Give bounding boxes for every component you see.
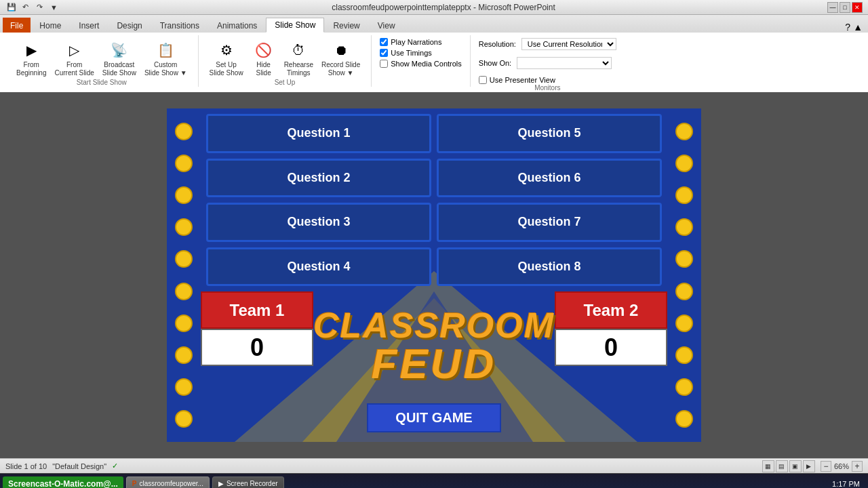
use-timings-check[interactable]: Use Timings xyxy=(380,49,432,57)
quit-game-btn[interactable]: QUIT GAME xyxy=(367,403,500,432)
tab-slideshow[interactable]: Slide Show xyxy=(266,18,324,33)
presenter-view-check[interactable]: Use Presenter View xyxy=(479,76,555,84)
team2-score: 0 xyxy=(555,329,667,366)
tab-transitions[interactable]: Transitions xyxy=(151,18,208,33)
dot xyxy=(675,410,693,428)
dot xyxy=(175,186,193,204)
bottom-section: Team 1 0 CLASSROOM FEUD QUIT GAME xyxy=(201,291,667,442)
team1-section: Team 1 0 xyxy=(201,291,313,442)
help-btn[interactable]: ? xyxy=(845,22,850,33)
slide-info: Slide 1 of 10 xyxy=(5,462,47,470)
tab-file[interactable]: File xyxy=(3,18,31,33)
check-mark: ✓ xyxy=(112,462,118,470)
record-btn[interactable]: ⏺ Record SlideShow ▼ xyxy=(319,38,363,79)
team2-name-label: Team 2 xyxy=(584,301,639,320)
team1-score: 0 xyxy=(201,329,313,366)
show-media-label: Show Media Controls xyxy=(391,60,462,68)
tab-review[interactable]: Review xyxy=(324,18,368,33)
setup-slideshow-btn[interactable]: ⚙ Set UpSlide Show xyxy=(207,38,246,79)
show-media-check[interactable]: Show Media Controls xyxy=(380,60,462,68)
rehearse-btn[interactable]: ⏱ RehearseTimings xyxy=(281,38,316,79)
tab-home[interactable]: Home xyxy=(31,18,70,33)
question-1-btn[interactable]: Question 1 xyxy=(206,114,431,153)
screencast-label: Screencast-O-Matic.com@... xyxy=(8,479,118,489)
team1-name-label: Team 1 xyxy=(230,301,285,320)
save-quick-btn[interactable]: 💾 xyxy=(5,1,17,14)
group-label-setup: Set Up xyxy=(275,79,296,87)
question-4-btn[interactable]: Question 4 xyxy=(206,247,431,287)
rehearse-label: RehearseTimings xyxy=(284,61,313,77)
dot xyxy=(175,218,193,236)
undo-quick-btn[interactable]: ↶ xyxy=(20,1,31,14)
close-btn[interactable]: ✕ xyxy=(852,2,863,13)
tab-view[interactable]: View xyxy=(369,18,404,33)
center-logo: CLASSROOM FEUD QUIT GAME xyxy=(313,291,555,442)
team1-name-btn[interactable]: Team 1 xyxy=(201,291,313,329)
question-7-btn[interactable]: Question 7 xyxy=(437,203,662,242)
ribbon-tabs: File Home Insert Design Transitions Anim… xyxy=(0,15,868,33)
maximize-btn[interactable]: □ xyxy=(840,2,850,13)
classroom-text: CLASSROOM xyxy=(313,308,555,343)
dot xyxy=(675,346,693,364)
dot xyxy=(675,283,693,300)
play-narrations-check[interactable]: Play Narrations xyxy=(380,38,441,46)
from-beginning-icon: ▶ xyxy=(20,39,42,61)
more-quick-btn[interactable]: ▼ xyxy=(48,1,60,14)
taskbar-powerpoint[interactable]: P classroomfeupower... xyxy=(126,476,210,489)
presenter-view-label: Use Presenter View xyxy=(490,76,555,84)
team2-section: Team 2 0 xyxy=(555,291,667,442)
setup-label: Set UpSlide Show xyxy=(210,61,243,77)
dot xyxy=(175,410,193,428)
screencast-btn[interactable]: Screencast-O-Matic.com@... xyxy=(3,476,123,489)
recorder-icon: ▶ xyxy=(218,480,224,487)
show-on-select[interactable] xyxy=(517,57,612,69)
custom-icon: 📋 xyxy=(155,39,176,61)
zoom-in-btn[interactable]: + xyxy=(852,461,863,472)
dot xyxy=(675,250,693,268)
play-narrations-label: Play Narrations xyxy=(391,38,441,46)
feud-text: FEUD xyxy=(313,343,555,385)
redo-quick-btn[interactable]: ↷ xyxy=(34,1,45,14)
dot xyxy=(175,378,193,396)
recorder-label: Screen Recorder xyxy=(226,480,278,487)
tab-design[interactable]: Design xyxy=(108,18,151,33)
broadcast-btn[interactable]: 📡 BroadcastSlide Show xyxy=(100,38,139,79)
team2-name-btn[interactable]: Team 2 xyxy=(555,291,667,329)
reading-view-btn[interactable]: ▣ xyxy=(789,460,802,472)
minimize-ribbon-btn[interactable]: ▲ xyxy=(853,22,863,33)
minimize-btn[interactable]: — xyxy=(827,2,838,13)
tab-insert[interactable]: Insert xyxy=(70,18,108,33)
dot xyxy=(175,283,193,300)
hide-slide-btn[interactable]: 🚫 HideSlide xyxy=(249,38,279,79)
use-timings-label: Use Timings xyxy=(391,49,432,57)
zoom-out-btn[interactable]: − xyxy=(821,461,831,472)
ribbon-group-setup: ⚙ Set UpSlide Show 🚫 HideSlide ⏱ Rehears… xyxy=(199,35,372,87)
resolution-select[interactable]: Use Current Resolution xyxy=(521,38,616,50)
slideshow-view-btn[interactable]: ▶ xyxy=(803,460,815,472)
from-current-slide-btn[interactable]: ▷ FromCurrent Slide xyxy=(52,38,96,79)
right-dot-column xyxy=(667,108,701,442)
hide-icon: 🚫 xyxy=(253,39,275,61)
question-8-btn[interactable]: Question 8 xyxy=(437,247,662,287)
question-6-btn[interactable]: Question 6 xyxy=(437,159,662,198)
record-icon: ⏺ xyxy=(330,39,352,61)
normal-view-btn[interactable]: ▦ xyxy=(762,460,774,472)
title-bar: 💾 ↶ ↷ ▼ classroomfeudpowerpointtemplatep… xyxy=(0,0,868,15)
tab-animations[interactable]: Animations xyxy=(208,18,266,33)
slide-sorter-btn[interactable]: ▤ xyxy=(776,460,788,472)
group-label-blank xyxy=(420,78,422,87)
question-5-btn[interactable]: Question 5 xyxy=(437,114,662,153)
setup-icon: ⚙ xyxy=(216,39,237,61)
left-dot-column xyxy=(167,108,201,442)
custom-slideshow-btn[interactable]: 📋 CustomSlide Show ▼ xyxy=(142,38,190,79)
question-2-btn[interactable]: Question 2 xyxy=(206,159,431,198)
dot xyxy=(675,378,693,396)
record-label: Record SlideShow ▼ xyxy=(321,61,360,77)
ribbon-group-start-slideshow: ▶ FromBeginning ▷ FromCurrent Slide 📡 Br… xyxy=(5,35,199,87)
from-beginning-btn[interactable]: ▶ FromBeginning xyxy=(14,38,49,79)
taskbar-screen-recorder[interactable]: ▶ Screen Recorder xyxy=(212,476,284,489)
dot xyxy=(175,250,193,268)
custom-label: CustomSlide Show ▼ xyxy=(144,61,187,77)
question-3-btn[interactable]: Question 3 xyxy=(206,203,431,242)
theme-name: "Default Design" xyxy=(52,462,106,470)
